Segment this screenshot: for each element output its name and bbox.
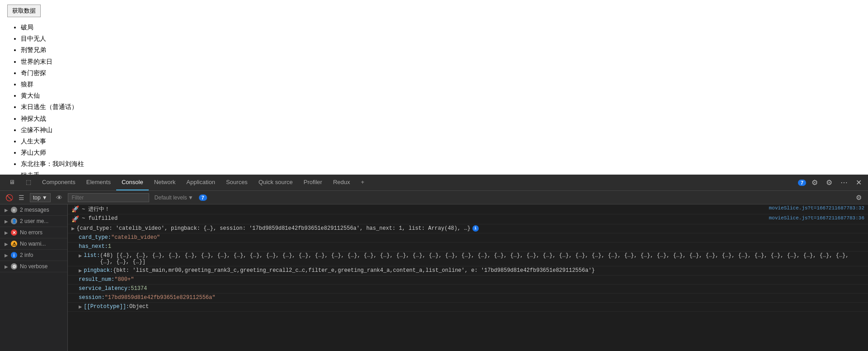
rocket-icon: 🚀 bbox=[71, 205, 79, 213]
movie-list: 破局目中无人刑警兄弟世界的末日奇门密探狼群黄大仙末日逃生（普通话）神探大战尘缘不… bbox=[7, 22, 861, 176]
expand-arrow-icon[interactable]: ▶ bbox=[79, 252, 82, 259]
devtools-tabs: 🖥⬚ComponentsElementsConsoleNetworkApplic… bbox=[4, 175, 798, 190]
console-line-3[interactable]: card_type: "catelib_video" bbox=[68, 233, 868, 242]
console-line-5[interactable]: ▶list: (48) [{…}, {…}, {…}, {…}, {…}, {…… bbox=[68, 251, 868, 266]
console-source[interactable]: movieSlice.js?t=1667211687783:36 bbox=[769, 215, 864, 221]
prop-value: "catelib_video" bbox=[111, 234, 160, 241]
console-filterbar: 🚫 ☰ top ▼ 👁 Default levels ▼ 7 ⚙ bbox=[0, 191, 868, 204]
prop-value: 51374 bbox=[131, 285, 147, 292]
filter-input[interactable] bbox=[68, 193, 149, 202]
console-settings-button[interactable]: ⚙ bbox=[853, 192, 864, 204]
console-line-4[interactable]: has_next: 1 bbox=[68, 242, 868, 251]
console-line-9[interactable]: session: "17bd9859d81e42fb93651e82911255… bbox=[68, 294, 868, 303]
tab-elements[interactable]: Elements bbox=[81, 175, 116, 190]
devtools-close-button[interactable]: ✕ bbox=[853, 176, 864, 189]
console-text: ~ fulfilled bbox=[82, 215, 764, 222]
devtools-toolbar: 🖥⬚ComponentsElementsConsoleNetworkApplic… bbox=[0, 175, 868, 191]
inspect-icon[interactable]: ⬚ bbox=[20, 175, 37, 190]
sidebar-item-1[interactable]: ▶👤2 user me... bbox=[0, 216, 67, 227]
blue-icon: i bbox=[11, 252, 17, 258]
filter-toggle-button[interactable]: ☰ bbox=[17, 193, 26, 202]
tab-network[interactable]: Network bbox=[149, 175, 181, 190]
list-item: 奇门密探 bbox=[21, 67, 861, 79]
list-item: 神探大战 bbox=[21, 113, 861, 124]
list-item: 世界的末日 bbox=[21, 56, 861, 67]
console-text: ~ 进行中！ bbox=[82, 205, 764, 213]
prop-value: Object bbox=[129, 304, 864, 310]
tab-sources[interactable]: Sources bbox=[221, 175, 253, 190]
devtools-more-button[interactable]: ⋯ bbox=[838, 176, 850, 189]
tab-add[interactable]: + bbox=[355, 175, 370, 190]
prop-key: pingback: bbox=[84, 267, 113, 274]
tab-components[interactable]: Components bbox=[37, 175, 81, 190]
console-line-10[interactable]: ▶[[Prototype]]: Object bbox=[68, 303, 868, 312]
expand-arrow-icon[interactable]: ▶ bbox=[71, 225, 75, 232]
console-badge: 7 bbox=[199, 194, 207, 201]
red-icon: ✕ bbox=[11, 229, 17, 236]
console-line-7[interactable]: result_num: "800+" bbox=[68, 275, 868, 285]
console-sidebar: ▶≡2 messages▶👤2 user me...▶✕No errors▶⚠N… bbox=[0, 204, 68, 351]
sidebar-item-3[interactable]: ▶⚠No warni... bbox=[0, 238, 67, 250]
console-line-0[interactable]: 🚀~ 进行中！movieSlice.js?t=1667211687783:32 bbox=[68, 204, 868, 214]
arrow-icon: ▶ bbox=[5, 230, 8, 235]
sidebar-item-label: No errors bbox=[20, 229, 42, 236]
settings-icon: ⚙ bbox=[11, 263, 17, 270]
prop-value: (48) [{…}, {…}, {…}, {…}, {…}, {…}, {…},… bbox=[100, 252, 864, 265]
list-item: 黄大仙 bbox=[21, 90, 861, 101]
console-line-6[interactable]: ▶pingback: {bkt: 'list_main,mr00,greetin… bbox=[68, 266, 868, 275]
list-item: 东北往事：我叫刘海柱 bbox=[21, 158, 861, 170]
top-dropdown[interactable]: top ▼ bbox=[30, 193, 51, 202]
sidebar-item-label: No warni... bbox=[20, 241, 46, 247]
arrow-icon: ▶ bbox=[5, 242, 8, 247]
tab-profiler[interactable]: Profiler bbox=[298, 175, 328, 190]
tab-console[interactable]: Console bbox=[116, 175, 149, 190]
sidebar-item-0[interactable]: ▶≡2 messages bbox=[0, 204, 67, 216]
arrow-icon: ▶ bbox=[5, 264, 8, 269]
prop-key: list: bbox=[84, 252, 100, 259]
arrow-icon: ▶ bbox=[5, 208, 8, 213]
list-item: 狼群 bbox=[21, 79, 861, 90]
clear-console-button[interactable]: 🚫 bbox=[4, 193, 15, 202]
list-item: 茅山大师 bbox=[21, 147, 861, 158]
devtools-settings-button[interactable]: ⚙ bbox=[809, 176, 821, 189]
console-line-2[interactable]: ▶{card_type: 'catelib_video', pingback: … bbox=[68, 224, 868, 233]
sidebar-item-label: 2 messages bbox=[20, 207, 49, 213]
expand-arrow-icon[interactable]: ▶ bbox=[79, 304, 82, 310]
sidebar-item-label: 2 user me... bbox=[20, 218, 48, 224]
console-output: 🚀~ 进行中！movieSlice.js?t=1667211687783:32🚀… bbox=[68, 204, 868, 351]
prop-key: session: bbox=[79, 294, 105, 301]
sidebar-item-label: No verbose bbox=[20, 263, 47, 270]
list-item: 破局 bbox=[21, 22, 861, 33]
prop-key: service_latency: bbox=[79, 285, 131, 292]
sidebar-item-label: 2 info bbox=[20, 252, 33, 258]
list-item: 刑警兄弟 bbox=[21, 44, 861, 56]
screen-icon[interactable]: 🖥 bbox=[4, 175, 20, 190]
rocket-icon: 🚀 bbox=[71, 215, 79, 223]
console-text: {card_type: 'catelib_video', pingback: {… bbox=[76, 225, 864, 232]
list-item: 尘缘不神山 bbox=[21, 124, 861, 136]
tab-redux[interactable]: Redux bbox=[328, 175, 356, 190]
eye-toggle-button[interactable]: 👁 bbox=[54, 193, 64, 202]
default-levels-selector[interactable]: Default levels ▼ bbox=[153, 194, 195, 202]
filter-icons: 🚫 ☰ bbox=[4, 193, 26, 202]
expand-arrow-icon[interactable]: ▶ bbox=[79, 267, 82, 274]
arrow-icon: ▶ bbox=[5, 253, 8, 258]
console-line-8[interactable]: service_latency: 51374 bbox=[68, 285, 868, 294]
devtools-customize-button[interactable]: ⚙ bbox=[823, 176, 835, 189]
tab-application[interactable]: Application bbox=[181, 175, 221, 190]
prop-value: "17bd9859d81e42fb93651e829112556a" bbox=[105, 294, 216, 301]
prop-key: has_next: bbox=[79, 243, 108, 250]
list-item: 末日逃生（普通话） bbox=[21, 101, 861, 113]
sidebar-item-2[interactable]: ▶✕No errors bbox=[0, 227, 67, 238]
devtools-badge: 7 bbox=[798, 180, 806, 186]
info-icon: i bbox=[472, 225, 479, 232]
get-data-button[interactable]: 获取数据 bbox=[7, 5, 41, 17]
devtools-toolbar-right: 7 ⚙ ⚙ ⋯ ✕ bbox=[798, 176, 864, 189]
user-icon: 👤 bbox=[11, 218, 17, 224]
tab-quicksource[interactable]: Quick source bbox=[253, 175, 298, 190]
console-line-1[interactable]: 🚀~ fulfilledmovieSlice.js?t=166721168778… bbox=[68, 214, 868, 224]
list-icon: ≡ bbox=[11, 207, 17, 213]
sidebar-item-4[interactable]: ▶i2 info bbox=[0, 250, 67, 261]
sidebar-item-5[interactable]: ▶⚙No verbose bbox=[0, 261, 67, 272]
console-source[interactable]: movieSlice.js?t=1667211687783:32 bbox=[769, 205, 864, 211]
